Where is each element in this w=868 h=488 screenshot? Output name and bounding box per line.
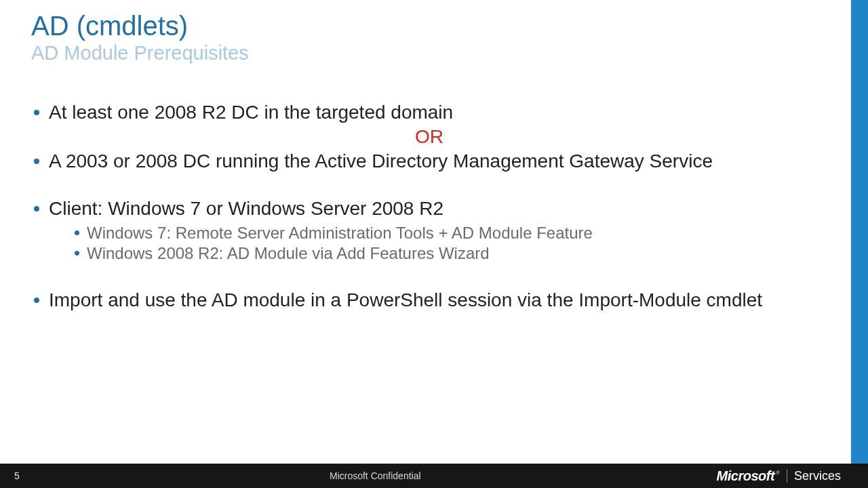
slide: AD (cmdlets) AD Module Prerequisites At … <box>0 0 868 488</box>
footer-bar: 5 Microsoft Confidential Microsoft ® Ser… <box>0 464 868 488</box>
sub-bullet-list: Windows 7: Remote Server Administration … <box>49 223 827 264</box>
confidential-label: Microsoft Confidential <box>34 470 717 481</box>
brand-divider <box>787 469 787 483</box>
sub-bullet-text: Windows 7: Remote Server Administration … <box>87 224 593 242</box>
content-body: At least one 2008 R2 DC in the targeted … <box>31 102 827 314</box>
right-accent-bar <box>851 0 868 488</box>
sub-bullet-text: Windows 2008 R2: AD Module via Add Featu… <box>87 244 490 262</box>
bullet-item: A 2003 or 2008 DC running the Active Dir… <box>31 150 827 172</box>
logo-trademark: ® <box>776 470 780 476</box>
bullet-list: Import and use the AD module in a PowerS… <box>31 289 827 311</box>
bullet-text: A 2003 or 2008 DC running the Active Dir… <box>49 150 713 171</box>
bullet-text: At least one 2008 R2 DC in the targeted … <box>49 102 453 123</box>
brand-area: Microsoft ® Services <box>717 468 868 484</box>
bullet-text: Client: Windows 7 or Windows Server 2008… <box>49 198 443 219</box>
sub-bullet-item: Windows 2008 R2: AD Module via Add Featu… <box>72 243 827 264</box>
logo-word: Microsoft <box>717 468 775 484</box>
microsoft-logo: Microsoft ® <box>717 468 780 484</box>
spacer <box>31 175 827 198</box>
slide-title: AD (cmdlets) <box>31 11 827 41</box>
bullet-item: Import and use the AD module in a PowerS… <box>31 289 827 311</box>
bullet-list: Client: Windows 7 or Windows Server 2008… <box>31 198 827 263</box>
bullet-list: A 2003 or 2008 DC running the Active Dir… <box>31 150 827 172</box>
services-label: Services <box>794 469 841 483</box>
page-number: 5 <box>0 470 34 481</box>
bullet-text: Import and use the AD module in a PowerS… <box>49 289 762 310</box>
spacer <box>31 266 827 289</box>
sub-bullet-item: Windows 7: Remote Server Administration … <box>72 223 827 243</box>
slide-subtitle: AD Module Prerequisites <box>31 42 827 64</box>
bullet-list: At least one 2008 R2 DC in the targeted … <box>31 102 827 123</box>
title-area: AD (cmdlets) AD Module Prerequisites <box>31 11 827 64</box>
bullet-item: Client: Windows 7 or Windows Server 2008… <box>31 198 827 263</box>
bullet-item: At least one 2008 R2 DC in the targeted … <box>31 102 827 123</box>
or-separator: OR <box>31 126 827 148</box>
